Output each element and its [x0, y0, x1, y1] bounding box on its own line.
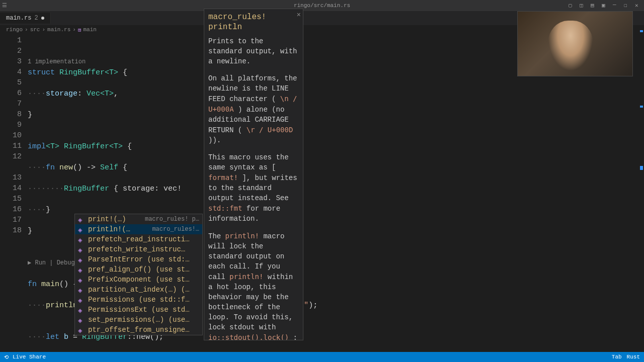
layout-icon-4[interactable]: ▣ — [602, 2, 609, 9]
suggestion-hint: macro_rules!… — [152, 226, 199, 233]
breadcrumb-item[interactable]: main.rs — [47, 27, 70, 33]
tab-label: main.rs — [6, 15, 31, 22]
suggestion-label: ParseIntError (use std:… — [88, 255, 190, 263]
remote-icon[interactable]: ⟲ — [4, 354, 9, 360]
status-item[interactable]: Tab — [612, 354, 622, 360]
suggestion-label: PermissionsExt (use std… — [88, 306, 190, 314]
minimize-icon[interactable]: ─ — [613, 2, 620, 9]
webcam-overlay — [517, 11, 633, 76]
suggestion-hint: macro_rules! p… — [145, 216, 199, 223]
autocomplete-popup[interactable]: ◈print!(…)macro_rules! p…◈println!(…macr… — [74, 214, 203, 335]
breadcrumb-item[interactable]: src — [30, 27, 40, 33]
suggestion-label: prefetch_write_instruc… — [88, 245, 185, 253]
suggestion-label: Permissions (use std::f… — [88, 296, 190, 304]
tab-modified-dot — [41, 17, 44, 20]
liveshare-button[interactable]: Live Share — [13, 354, 46, 360]
menu-icon[interactable]: ☰ — [2, 2, 9, 9]
suggestion-label: print!(…) — [88, 215, 126, 223]
suggestion-kind-icon: ◈ — [78, 276, 85, 283]
suggestion-item[interactable]: ◈ptr_offset_from_unsigne… — [75, 325, 202, 335]
layout-icon-3[interactable]: ▤ — [591, 2, 598, 9]
doc-close-icon[interactable]: × — [297, 10, 301, 20]
status-item[interactable]: Rust — [627, 354, 640, 360]
suggestion-item[interactable]: ◈print!(…)macro_rules! p… — [75, 214, 202, 224]
doc-paragraph: On all platforms, the newline is the LIN… — [208, 73, 299, 145]
suggestion-kind-icon: ◈ — [78, 286, 85, 293]
line-gutter: 1 2 3 4 5 6 7 8 9 10 11 12 13 14 15 16 1… — [0, 34, 28, 356]
titlebar-menu-left: ☰ — [2, 2, 9, 9]
layout-icon-1[interactable]: ▢ — [569, 2, 576, 9]
suggestion-label: partition_at_index(…) (… — [88, 286, 190, 294]
doc-paragraph: Prints to the standard output, with a ne… — [208, 36, 299, 66]
tab-main-rs[interactable]: main.rs 2 — [0, 13, 51, 24]
suggestion-item[interactable]: ◈println!(…macro_rules!… — [75, 224, 202, 234]
suggestion-label: set_permissions(…) (use… — [88, 316, 190, 324]
scroll-indicator[interactable] — [638, 25, 643, 337]
suggestion-label: prefetch_read_instructi… — [88, 235, 190, 243]
suggestion-item[interactable]: ◈ParseIntError (use std:… — [75, 254, 202, 264]
titlebar-controls: ▢ ◫ ▤ ▣ ─ ☐ ✕ — [569, 2, 642, 9]
doc-paragraph: The println! macro will lock the standar… — [208, 231, 299, 340]
suggestion-kind-icon: ◈ — [78, 236, 85, 243]
suggestion-item[interactable]: ◈pref_align_of() (use st… — [75, 264, 202, 275]
suggestion-kind-icon: ◈ — [78, 216, 85, 223]
suggestion-item[interactable]: ◈partition_at_index(…) (… — [75, 285, 202, 295]
doc-heading: macro_rules! println — [208, 12, 299, 32]
status-bar: ⟲ Live Share Tab Rust — [0, 352, 644, 362]
suggestion-kind-icon: ◈ — [78, 326, 85, 333]
codelens-run[interactable]: ▶ Run | Debug — [28, 259, 75, 266]
suggestion-label: println!(… — [88, 225, 130, 233]
suggestion-kind-icon: ◈ — [78, 296, 85, 303]
breadcrumb-item[interactable]: main — [84, 27, 97, 33]
suggestion-kind-icon: ◈ — [78, 316, 85, 323]
suggestion-label: pref_align_of() (use st… — [88, 265, 190, 274]
suggestion-label: PrefixComponent (use st… — [88, 276, 190, 284]
suggestion-kind-icon: ◈ — [78, 266, 85, 273]
breadcrumb-item[interactable]: ringo — [6, 27, 23, 33]
suggestion-item[interactable]: ◈prefetch_read_instructi… — [75, 234, 202, 244]
suggestion-kind-icon: ◈ — [78, 246, 85, 253]
suggestion-item[interactable]: ◈set_permissions(…) (use… — [75, 315, 202, 325]
suggestion-kind-icon: ◈ — [78, 226, 85, 233]
titlebar: ☰ ringo/src/main.rs ▢ ◫ ▤ ▣ ─ ☐ ✕ — [0, 0, 644, 11]
suggestion-item[interactable]: ◈PrefixComponent (use st… — [75, 275, 202, 285]
doc-paragraph: This macro uses the same syntax as [ for… — [208, 152, 299, 224]
window-title: ringo/src/main.rs — [294, 3, 350, 9]
codelens-impl[interactable]: 1 implementation — [28, 58, 86, 65]
layout-icon-2[interactable]: ◫ — [580, 2, 587, 9]
close-icon[interactable]: ✕ — [635, 2, 642, 9]
maximize-icon[interactable]: ☐ — [624, 2, 631, 9]
suggestion-item[interactable]: ◈Permissions (use std::f… — [75, 295, 202, 305]
suggestion-item[interactable]: ◈prefetch_write_instruc… — [75, 244, 202, 254]
documentation-popup: × macro_rules! println Prints to the sta… — [204, 9, 303, 340]
suggestion-item[interactable]: ◈PermissionsExt (use std… — [75, 305, 202, 315]
suggestion-kind-icon: ◈ — [78, 306, 85, 313]
suggestion-label: ptr_offset_from_unsigne… — [88, 326, 190, 334]
suggestion-kind-icon: ◈ — [78, 256, 85, 263]
tab-count: 2 — [34, 15, 38, 22]
